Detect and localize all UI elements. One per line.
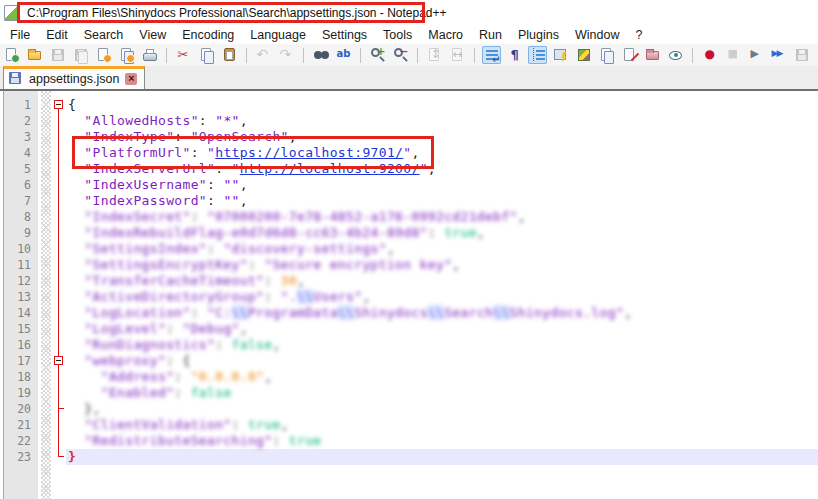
code-line[interactable]: 13 "ActiveDirectoryGroup": ".\\Users", — [4, 289, 818, 305]
url-link[interactable]: http://localhost:9200/ — [240, 161, 420, 176]
save-file-button[interactable] — [48, 46, 67, 64]
menu-language[interactable]: Language — [242, 26, 314, 44]
code-line[interactable]: 2 "AllowedHosts": "*", — [4, 113, 818, 129]
code-line[interactable]: 15 "LogLevel": "Debug", — [4, 321, 818, 337]
copy-button[interactable] — [197, 46, 216, 64]
close-file-button[interactable] — [94, 46, 113, 64]
code-line[interactable]: 19 "Enabled": false — [4, 385, 818, 401]
bookmark-margin[interactable] — [41, 161, 51, 177]
document-list-button[interactable] — [597, 46, 616, 64]
code-text[interactable]: "TransferCacheTimeout": 30, — [66, 273, 818, 289]
menu-search[interactable]: Search — [76, 26, 132, 44]
bookmark-margin[interactable] — [41, 353, 51, 369]
macro-run-multiple-button[interactable] — [769, 46, 788, 64]
macro-save-button[interactable] — [792, 46, 811, 64]
bookmark-margin[interactable] — [41, 289, 51, 305]
bookmark-margin[interactable] — [41, 241, 51, 257]
code-text[interactable]: "RedistributeSearching": true — [66, 433, 818, 449]
bookmark-margin[interactable] — [41, 273, 51, 289]
code-line[interactable]: 16 "RunDiagnostics": false, — [4, 337, 818, 353]
menu-macro[interactable]: Macro — [420, 26, 471, 44]
bookmark-margin[interactable] — [41, 433, 51, 449]
code-text[interactable]: } — [66, 449, 818, 465]
bookmark-margin[interactable] — [41, 257, 51, 273]
document-map-button[interactable] — [574, 46, 593, 64]
bookmark-margin[interactable] — [41, 113, 51, 129]
bookmark-margin[interactable] — [41, 145, 51, 161]
code-line[interactable]: 8 "IndexSecret": "07000200-7e78-4852-a17… — [4, 209, 818, 225]
code-text[interactable]: "LogLocation": "C:\\ProgramData\\Shinydo… — [66, 305, 818, 321]
menu-help[interactable]: ? — [627, 26, 650, 44]
menu-window[interactable]: Window — [567, 26, 627, 44]
code-line[interactable]: 6 "IndexUsername": "", — [4, 177, 818, 193]
menu-settings[interactable]: Settings — [314, 26, 375, 44]
code-line[interactable]: 4 "PlatformUrl": "https://localhost:9701… — [4, 145, 818, 161]
code-text[interactable]: "ClientValidation": true, — [66, 417, 818, 433]
show-all-characters-button[interactable] — [505, 46, 524, 64]
macro-stop-button[interactable] — [723, 46, 742, 64]
undo-button[interactable] — [254, 46, 273, 64]
edit-macro-doc-button[interactable] — [620, 46, 639, 64]
code-line[interactable]: 7 "IndexPassword": "", — [4, 193, 818, 209]
bookmark-margin[interactable] — [41, 369, 51, 385]
user-defined-language-button[interactable] — [551, 46, 570, 64]
code-text[interactable]: "IndexServerUrl": "http://localhost:9200… — [66, 161, 818, 177]
code-line[interactable]: 10 "SettingsIndex": "discovery-settings"… — [4, 241, 818, 257]
code-line[interactable]: 1{ — [4, 97, 818, 113]
folder-as-workspace-button[interactable] — [643, 46, 662, 64]
paste-button[interactable] — [220, 46, 239, 64]
code-text[interactable]: "SettingsIndex": "discovery-settings", — [66, 241, 818, 257]
bookmark-margin[interactable] — [41, 385, 51, 401]
fold-toggle-icon[interactable] — [54, 100, 63, 109]
code-text[interactable]: "IndexSecret": "07000200-7e78-4852-a176-… — [66, 209, 818, 225]
code-text[interactable]: "Enabled": false — [66, 385, 818, 401]
zoom-out-button[interactable] — [391, 46, 410, 64]
sync-horizontal-scroll-button[interactable] — [448, 46, 467, 64]
bookmark-margin[interactable] — [41, 177, 51, 193]
print-button[interactable] — [140, 46, 159, 64]
code-line[interactable]: 18 "Address": "0.0.0.0", — [4, 369, 818, 385]
code-text[interactable]: "SettingsEncryptKey": "Secure encryption… — [66, 257, 818, 273]
code-text[interactable]: "IndexUsername": "", — [66, 177, 818, 193]
new-file-button[interactable] — [2, 46, 21, 64]
code-text[interactable]: "IndexPassword": "", — [66, 193, 818, 209]
code-text[interactable]: "ActiveDirectoryGroup": ".\\Users", — [66, 289, 818, 305]
bookmark-margin[interactable] — [41, 449, 51, 465]
bookmark-margin[interactable] — [41, 401, 51, 417]
show-indent-guide-button[interactable] — [528, 46, 547, 64]
code-text[interactable]: "webproxy": { — [66, 353, 818, 369]
code-line[interactable]: 12 "TransferCacheTimeout": 30, — [4, 273, 818, 289]
menu-plugins[interactable]: Plugins — [510, 26, 567, 44]
menu-edit[interactable]: Edit — [38, 26, 76, 44]
tab-appsettings-json[interactable]: appsettings.json × — [3, 66, 145, 89]
cut-button[interactable] — [174, 46, 193, 64]
code-line[interactable]: 11 "SettingsEncryptKey": "Secure encrypt… — [4, 257, 818, 273]
bookmark-margin[interactable] — [41, 417, 51, 433]
tab-close-icon[interactable]: × — [125, 73, 137, 85]
word-wrap-button[interactable] — [482, 46, 501, 64]
code-line[interactable]: 23} — [4, 449, 818, 465]
code-text[interactable]: "RunDiagnostics": false, — [66, 337, 818, 353]
menu-file[interactable]: File — [2, 26, 38, 44]
code-line[interactable]: 22 "RedistributeSearching": true — [4, 433, 818, 449]
code-text[interactable]: "AllowedHosts": "*", — [66, 113, 818, 129]
app-icon[interactable] — [4, 5, 18, 21]
menu-view[interactable]: View — [131, 26, 174, 44]
code-text[interactable]: "Address": "0.0.0.0", — [66, 369, 818, 385]
save-all-button[interactable] — [71, 46, 90, 64]
url-link[interactable]: https://localhost:9701/ — [215, 145, 403, 160]
menu-tools[interactable]: Tools — [375, 26, 420, 44]
replace-button[interactable] — [334, 46, 353, 64]
menu-encoding[interactable]: Encoding — [174, 26, 242, 44]
code-line[interactable]: 14 "LogLocation": "C:\\ProgramData\\Shin… — [4, 305, 818, 321]
code-text[interactable]: { — [66, 97, 818, 113]
bookmark-margin[interactable] — [41, 305, 51, 321]
bookmark-margin[interactable] — [41, 129, 51, 145]
code-line[interactable]: 17 "webproxy": { — [4, 353, 818, 369]
code-text[interactable]: "IndexRebuildFlag-e0d7d6d8-cc63-4b24-89d… — [66, 225, 818, 241]
bookmark-margin[interactable] — [41, 321, 51, 337]
file-monitoring-button[interactable] — [666, 46, 685, 64]
zoom-in-button[interactable] — [368, 46, 387, 64]
code-line[interactable]: 9 "IndexRebuildFlag-e0d7d6d8-cc63-4b24-8… — [4, 225, 818, 241]
bookmark-margin[interactable] — [41, 209, 51, 225]
